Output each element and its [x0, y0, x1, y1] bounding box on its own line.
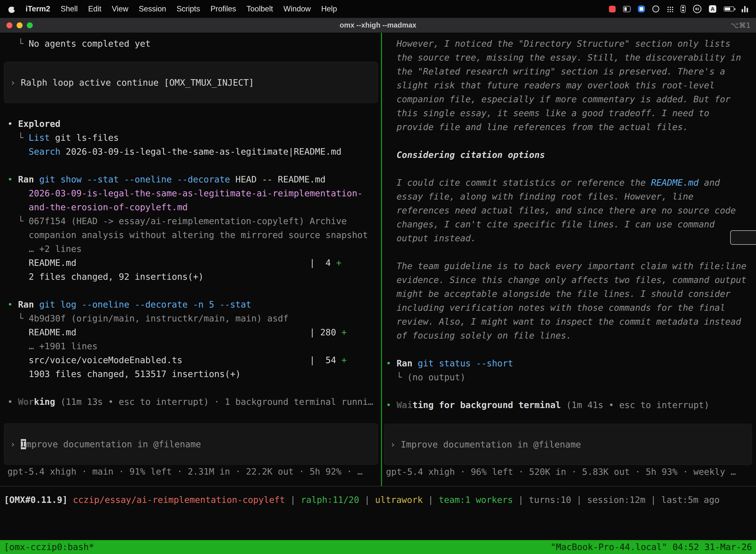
text-segment: •	[386, 400, 397, 410]
pane-left[interactable]: └ No agents completed yet› Ralph loop ac…	[0, 33, 381, 486]
launcher-app-icon[interactable]	[638, 5, 645, 12]
terminal-line: 2026-03-09-is-legal-the-same-as-legitima…	[7, 186, 381, 200]
text-segment: references need actual files, and since …	[386, 205, 736, 215]
text-segment: Wor	[18, 397, 34, 407]
stats-pill-icon[interactable]	[681, 5, 686, 13]
menu-toolbelt[interactable]: Toolbelt	[241, 4, 278, 13]
terminal-line: • Ran git show --stat --oneline --decora…	[7, 172, 381, 186]
text-segment: essay file, along with finding root file…	[386, 191, 693, 202]
horizontal-divider	[0, 486, 756, 487]
pane-right[interactable]: However, I noticed the "Directory Struct…	[382, 33, 756, 486]
zoom-button[interactable]	[27, 22, 33, 28]
menubar-menus: iTerm2ShellEditViewSessionScriptsProfile…	[20, 4, 342, 13]
menu-window[interactable]: Window	[278, 4, 316, 13]
omx-bar-segment: ultrawork	[375, 495, 423, 505]
terminal-line: README.md | 4 +	[7, 256, 381, 270]
blank-line	[7, 159, 381, 172]
text-segment: … +1901 lines	[7, 341, 98, 351]
omx-bar-segment: |	[423, 495, 439, 505]
text-segment: •	[386, 358, 397, 368]
tmux-session-label: [omx-cczip0:bash*	[4, 540, 94, 554]
composer-input[interactable]: › Improve documentation in @filename	[4, 424, 378, 465]
terminal-line: slight risk that future readers may over…	[386, 78, 756, 92]
terminal: └ No agents completed yet› Ralph loop ac…	[0, 33, 756, 554]
menu-view[interactable]: View	[107, 4, 134, 13]
text-segment: 2026-03-09-is-legal-the-same-as-legitima…	[7, 188, 363, 198]
text-segment: … +2 lines	[7, 244, 82, 254]
tmux-host-time-label: "MacBook-Pro-44.local" 04:52 31-Mar-26	[551, 540, 752, 554]
terminal-line: the "Related research writing" section i…	[386, 64, 756, 78]
menu-shell[interactable]: Shell	[55, 4, 83, 13]
text-segment: The team guideline is to back every impo…	[386, 261, 746, 271]
recording-indicator-icon[interactable]	[609, 6, 616, 12]
omx-bar-segment: |	[285, 495, 301, 505]
omx-bar-segment: [OMX#0.11.9]	[4, 495, 67, 505]
terminal-line: Considering citation options	[386, 148, 756, 162]
battery-gauge-icon[interactable]: 61	[693, 5, 701, 13]
menu-edit[interactable]: Edit	[83, 4, 107, 13]
terminal-line: └ 067f154 (HEAD -> essay/ai-reimplementa…	[7, 214, 381, 228]
camera-aperture-icon[interactable]	[652, 5, 659, 12]
fan-icon[interactable]	[742, 5, 748, 12]
text-segment: git log --oneline --decorate -n 5 --stat	[39, 299, 251, 310]
input-source-icon[interactable]: A	[709, 5, 716, 13]
text-segment: of focusing solely on file lines.	[386, 330, 571, 340]
composer-input[interactable]: › Improve documentation in @filename	[384, 424, 752, 465]
text-segment: +	[341, 327, 347, 337]
window-shortcut-badge: ⌥⌘1	[731, 21, 756, 30]
text-segment: README.md | 280	[7, 327, 341, 337]
terminal-line: of focusing solely on file lines.	[386, 329, 756, 342]
terminal-line: • Working (11m 13s • esc to interrupt) ·…	[7, 395, 381, 409]
text-segment: the source tree, missing the essay. Stil…	[386, 52, 741, 63]
terminal-line: companion analysis without altering the …	[7, 228, 381, 242]
blank-line	[7, 381, 381, 395]
text-segment: •	[7, 299, 18, 310]
menu-profiles[interactable]: Profiles	[205, 4, 241, 13]
text-segment: 2026-03-09-is-legal-the-same-as-legitima…	[61, 147, 341, 157]
terminal-line: src/voice/voiceModeEnabled.ts | 54 +	[7, 353, 381, 367]
terminal-line: changes, I can't cite specific file line…	[386, 217, 756, 231]
menu-session[interactable]: Session	[133, 4, 171, 13]
text-segment: README.md | 4	[7, 258, 336, 268]
text-segment: +	[336, 258, 341, 268]
text-segment: evidence. Since this change only affects…	[386, 275, 746, 285]
text-segment: provide file and line references from th…	[386, 122, 688, 132]
text-segment: Ran	[18, 174, 40, 184]
omx-bar-segment: cczip/essay/ai-reimplementation-copyleft	[67, 495, 285, 505]
text-segment: the "Related research writing" section i…	[386, 66, 725, 76]
text-segment: HEAD -- README.md	[235, 174, 325, 184]
menu-help[interactable]: Help	[316, 4, 342, 13]
terminal-line: might be acceptable alongside the file l…	[386, 287, 756, 301]
titlebar[interactable]: omx --xhigh --madmax ⌥⌘1	[0, 18, 756, 33]
menu-iterm2[interactable]: iTerm2	[20, 4, 55, 13]
terminal-line: essay file, along with finding root file…	[386, 189, 756, 204]
terminal-line: • Waiting for background terminal (1m 41…	[386, 398, 756, 412]
text-segment: └ 4b9d30f (origin/main, instructkr/main,…	[7, 313, 289, 323]
close-button[interactable]	[6, 22, 12, 28]
input-source-letter: A	[711, 6, 714, 12]
text-segment: git show --stat --oneline --decorate	[39, 174, 235, 184]
terminal-line: provide file and line references from th…	[386, 120, 756, 134]
omx-status-bar: [OMX#0.11.9] cczip/essay/ai-reimplementa…	[4, 493, 756, 507]
blank-line	[386, 342, 756, 356]
terminal-line: … +2 lines	[7, 242, 381, 256]
text-segment: └	[7, 132, 29, 143]
screen: iTerm2ShellEditViewSessionScriptsProfile…	[0, 0, 756, 554]
composer-placeholder-text: mprove documentation in @filename	[26, 439, 201, 449]
ralph-loop-banner: › Ralph loop active continue [OMX_TMUX_I…	[4, 62, 378, 103]
menu-scripts[interactable]: Scripts	[171, 4, 205, 13]
text-segment: (11m 13s • esc to interrupt) · 1 backgro…	[55, 397, 373, 407]
text-cursor: I	[21, 439, 26, 449]
battery-icon[interactable]	[724, 6, 734, 11]
terminal-line: The team guideline is to back every impo…	[386, 259, 756, 273]
apple-menu-icon[interactable]	[8, 4, 15, 13]
blank-line	[386, 134, 756, 148]
omx-bar-segment: |	[359, 495, 375, 505]
dots-grid-icon[interactable]	[667, 6, 673, 12]
terminal-line: and-the-erosion-of-copyleft.md	[7, 200, 381, 214]
minimize-button[interactable]	[17, 22, 22, 28]
screen-tooltip: Scre	[730, 230, 756, 245]
text-segment: and	[699, 177, 720, 188]
text-segment: No agents completed yet	[29, 39, 151, 49]
window-manager-icon[interactable]	[623, 6, 630, 12]
